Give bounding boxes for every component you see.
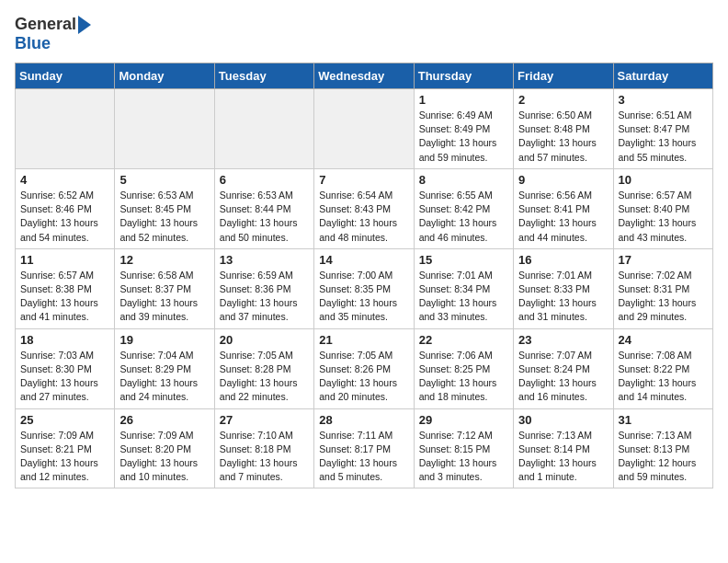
day-info: Sunrise: 7:10 AMSunset: 8:18 PMDaylight:… (220, 429, 309, 485)
day-number: 7 (319, 173, 408, 187)
day-info: Sunrise: 6:51 AMSunset: 8:47 PMDaylight:… (619, 109, 708, 165)
logo-general-text: General (15, 15, 76, 34)
calendar-cell (115, 89, 214, 169)
day-number: 14 (319, 253, 408, 267)
day-header-wednesday: Wednesday (314, 63, 414, 89)
calendar-cell: 5Sunrise: 6:53 AMSunset: 8:45 PMDaylight… (115, 168, 214, 248)
day-info: Sunrise: 6:53 AMSunset: 8:45 PMDaylight:… (119, 189, 209, 245)
day-number: 30 (518, 413, 608, 427)
day-info: Sunrise: 7:09 AMSunset: 8:20 PMDaylight:… (119, 429, 209, 485)
calendar-cell: 11Sunrise: 6:57 AMSunset: 8:38 PMDayligh… (16, 248, 115, 328)
calendar-cell: 17Sunrise: 7:02 AMSunset: 8:31 PMDayligh… (613, 248, 712, 328)
day-info: Sunrise: 7:13 AMSunset: 8:13 PMDaylight:… (619, 429, 708, 485)
calendar-cell: 16Sunrise: 7:01 AMSunset: 8:33 PMDayligh… (514, 248, 613, 328)
day-number: 15 (419, 253, 508, 267)
calendar-week-3: 11Sunrise: 6:57 AMSunset: 8:38 PMDayligh… (16, 248, 713, 328)
calendar-cell: 14Sunrise: 7:00 AMSunset: 8:35 PMDayligh… (314, 248, 414, 328)
day-info: Sunrise: 7:11 AMSunset: 8:17 PMDaylight:… (319, 429, 408, 485)
calendar-cell: 22Sunrise: 7:06 AMSunset: 8:25 PMDayligh… (414, 328, 513, 408)
calendar-cell: 4Sunrise: 6:52 AMSunset: 8:46 PMDaylight… (16, 168, 115, 248)
day-number: 11 (20, 253, 109, 267)
day-number: 16 (518, 253, 608, 267)
calendar-cell: 26Sunrise: 7:09 AMSunset: 8:20 PMDayligh… (115, 408, 214, 488)
day-info: Sunrise: 6:50 AMSunset: 8:48 PMDaylight:… (518, 109, 608, 165)
calendar-cell: 10Sunrise: 6:57 AMSunset: 8:40 PMDayligh… (613, 168, 712, 248)
calendar-cell: 19Sunrise: 7:04 AMSunset: 8:29 PMDayligh… (115, 328, 214, 408)
day-number: 20 (220, 333, 309, 347)
day-number: 27 (220, 413, 309, 427)
calendar-cell: 18Sunrise: 7:03 AMSunset: 8:30 PMDayligh… (16, 328, 115, 408)
day-number: 5 (119, 173, 209, 187)
calendar-cell: 27Sunrise: 7:10 AMSunset: 8:18 PMDayligh… (214, 408, 313, 488)
day-info: Sunrise: 7:07 AMSunset: 8:24 PMDaylight:… (518, 349, 608, 405)
day-number: 26 (119, 413, 209, 427)
day-number: 13 (220, 253, 309, 267)
day-number: 24 (619, 333, 708, 347)
calendar-cell: 31Sunrise: 7:13 AMSunset: 8:13 PMDayligh… (613, 408, 712, 488)
calendar-cell: 1Sunrise: 6:49 AMSunset: 8:49 PMDaylight… (414, 89, 513, 169)
day-info: Sunrise: 7:06 AMSunset: 8:25 PMDaylight:… (419, 349, 508, 405)
day-number: 10 (619, 173, 708, 187)
day-info: Sunrise: 6:49 AMSunset: 8:49 PMDaylight:… (419, 109, 508, 165)
day-number: 21 (319, 333, 408, 347)
calendar-cell: 28Sunrise: 7:11 AMSunset: 8:17 PMDayligh… (314, 408, 414, 488)
day-number: 28 (319, 413, 408, 427)
day-number: 4 (20, 173, 109, 187)
calendar-cell: 9Sunrise: 6:56 AMSunset: 8:41 PMDaylight… (514, 168, 613, 248)
day-info: Sunrise: 6:57 AMSunset: 8:38 PMDaylight:… (20, 269, 109, 325)
day-number: 31 (619, 413, 708, 427)
calendar-week-5: 25Sunrise: 7:09 AMSunset: 8:21 PMDayligh… (16, 408, 713, 488)
day-number: 3 (619, 93, 708, 107)
day-info: Sunrise: 7:05 AMSunset: 8:28 PMDaylight:… (220, 349, 309, 405)
calendar-cell (314, 89, 414, 169)
day-info: Sunrise: 7:00 AMSunset: 8:35 PMDaylight:… (319, 269, 408, 325)
logo-blue-text: Blue (15, 34, 51, 53)
day-number: 12 (119, 253, 209, 267)
day-number: 6 (220, 173, 309, 187)
day-info: Sunrise: 7:01 AMSunset: 8:33 PMDaylight:… (518, 269, 608, 325)
calendar-week-4: 18Sunrise: 7:03 AMSunset: 8:30 PMDayligh… (16, 328, 713, 408)
calendar-cell: 13Sunrise: 6:59 AMSunset: 8:36 PMDayligh… (214, 248, 313, 328)
day-header-thursday: Thursday (414, 63, 513, 89)
day-number: 22 (419, 333, 508, 347)
header: General Blue (15, 15, 713, 53)
day-number: 17 (619, 253, 708, 267)
calendar-header-row: SundayMondayTuesdayWednesdayThursdayFrid… (16, 63, 713, 89)
calendar-cell: 21Sunrise: 7:05 AMSunset: 8:26 PMDayligh… (314, 328, 414, 408)
day-header-saturday: Saturday (613, 63, 712, 89)
calendar-cell (214, 89, 313, 169)
calendar-cell: 6Sunrise: 6:53 AMSunset: 8:44 PMDaylight… (214, 168, 313, 248)
day-info: Sunrise: 7:13 AMSunset: 8:14 PMDaylight:… (518, 429, 608, 485)
calendar-cell: 20Sunrise: 7:05 AMSunset: 8:28 PMDayligh… (214, 328, 313, 408)
day-info: Sunrise: 7:04 AMSunset: 8:29 PMDaylight:… (119, 349, 209, 405)
day-info: Sunrise: 6:53 AMSunset: 8:44 PMDaylight:… (220, 189, 309, 245)
calendar-cell: 3Sunrise: 6:51 AMSunset: 8:47 PMDaylight… (613, 89, 712, 169)
day-info: Sunrise: 7:02 AMSunset: 8:31 PMDaylight:… (619, 269, 708, 325)
day-header-friday: Friday (514, 63, 613, 89)
calendar-table: SundayMondayTuesdayWednesdayThursdayFrid… (15, 63, 713, 488)
calendar-cell: 2Sunrise: 6:50 AMSunset: 8:48 PMDaylight… (514, 89, 613, 169)
day-number: 23 (518, 333, 608, 347)
day-info: Sunrise: 6:57 AMSunset: 8:40 PMDaylight:… (619, 189, 708, 245)
day-info: Sunrise: 6:55 AMSunset: 8:42 PMDaylight:… (419, 189, 508, 245)
logo: General Blue (15, 15, 93, 53)
calendar-cell: 7Sunrise: 6:54 AMSunset: 8:43 PMDaylight… (314, 168, 414, 248)
day-header-sunday: Sunday (16, 63, 115, 89)
calendar-cell: 29Sunrise: 7:12 AMSunset: 8:15 PMDayligh… (414, 408, 513, 488)
day-info: Sunrise: 6:52 AMSunset: 8:46 PMDaylight:… (20, 189, 109, 245)
calendar-cell: 23Sunrise: 7:07 AMSunset: 8:24 PMDayligh… (514, 328, 613, 408)
day-number: 1 (419, 93, 508, 107)
day-header-monday: Monday (115, 63, 214, 89)
calendar-cell: 12Sunrise: 6:58 AMSunset: 8:37 PMDayligh… (115, 248, 214, 328)
day-number: 18 (20, 333, 109, 347)
day-info: Sunrise: 7:08 AMSunset: 8:22 PMDaylight:… (619, 349, 708, 405)
day-info: Sunrise: 7:09 AMSunset: 8:21 PMDaylight:… (20, 429, 109, 485)
calendar-cell: 25Sunrise: 7:09 AMSunset: 8:21 PMDayligh… (16, 408, 115, 488)
calendar-cell (16, 89, 115, 169)
day-info: Sunrise: 7:03 AMSunset: 8:30 PMDaylight:… (20, 349, 109, 405)
day-number: 29 (419, 413, 508, 427)
calendar-week-2: 4Sunrise: 6:52 AMSunset: 8:46 PMDaylight… (16, 168, 713, 248)
day-number: 8 (419, 173, 508, 187)
day-info: Sunrise: 6:58 AMSunset: 8:37 PMDaylight:… (119, 269, 209, 325)
day-header-tuesday: Tuesday (214, 63, 313, 89)
